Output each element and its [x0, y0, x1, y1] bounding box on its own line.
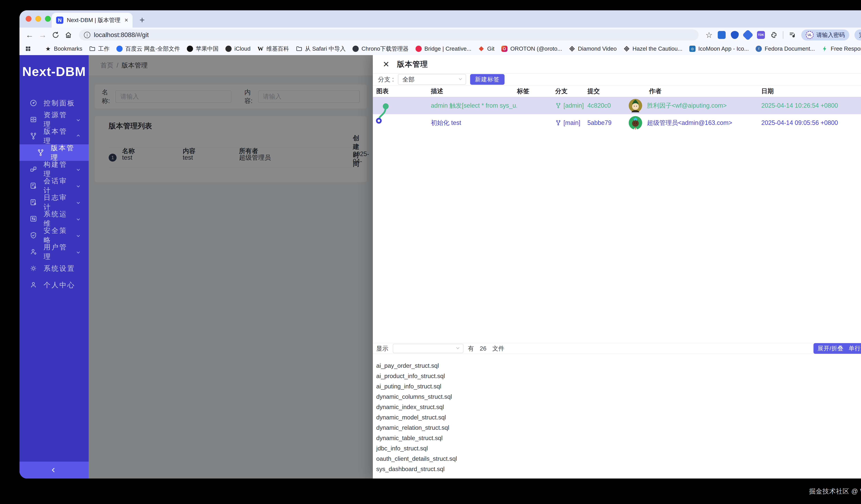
profile-pill-label: 请输入密码 [816, 31, 845, 39]
file-row[interactable]: ai_pay_order_struct.sql [373, 360, 861, 371]
shield-extension-icon[interactable] [731, 31, 739, 39]
bookmark-favicon [415, 45, 422, 52]
branch-select-value: 全部 [402, 76, 414, 83]
bookmark-item[interactable]: Chrono下载管理器 [352, 45, 408, 53]
commit-row[interactable]: 初始化 test [main] 5abbe79 超级管理员<admin@163.… [373, 114, 861, 132]
sidebar-item-个人中心[interactable]: 个人中心 [19, 277, 89, 293]
count-prefix: 有 [468, 344, 474, 353]
file-row[interactable]: oauth_client_details_struct.sql [373, 453, 861, 464]
forward-button[interactable]: → [39, 31, 47, 39]
tab-close-icon[interactable]: × [124, 17, 128, 23]
bookmark-item[interactable]: ◎ IcoMoon App - Ico... [689, 45, 749, 52]
close-window-button[interactable] [26, 16, 31, 22]
bookmark-item[interactable]: iCloud [225, 45, 250, 52]
file-row[interactable]: dynamic_table_struct.sql [373, 433, 861, 443]
bookmark-item[interactable]: 工作 [89, 45, 110, 53]
new-tab-button[interactable]: + [139, 15, 145, 25]
sidebar-item-版本管理[interactable]: 版本管理 [19, 128, 89, 144]
file-row[interactable]: ai_product_info_struct.sql [373, 371, 861, 381]
modal-dim-overlay[interactable] [89, 55, 373, 478]
extensions-puzzle-icon[interactable] [770, 31, 778, 39]
bookmark-item[interactable]: ★ Bookmarks [45, 45, 82, 52]
sidebar-item-icon [29, 132, 37, 140]
single-line-button[interactable]: 单行显示 [849, 344, 861, 352]
address-bar[interactable]: i localhost:8088/#/git [79, 29, 699, 40]
file-row[interactable]: ai_puting_info_struct.sql [373, 381, 861, 392]
bookmark-item[interactable]: 苹果中国 [187, 45, 219, 53]
zoom-window-button[interactable] [45, 16, 51, 22]
sidebar-item-日志审计[interactable]: 日志审计 [19, 194, 89, 210]
sidebar: Next-DBM 控制面板 资源管理 版本管理 版本管理 构建管理 会话审计 日… [19, 55, 89, 478]
file-filter-select[interactable] [393, 344, 463, 353]
sidebar-item-会话审计[interactable]: 会话审计 [19, 177, 89, 194]
expand-collapse-button[interactable]: 展开/折叠 [818, 344, 844, 352]
back-button[interactable]: ← [26, 31, 33, 39]
file-row[interactable]: dynamic_index_struct.sql [373, 402, 861, 412]
file-view-buttons: 展开/折叠 单行显示 对比 [814, 343, 861, 354]
branch-select[interactable]: 全部 [398, 74, 466, 85]
bookmark-item[interactable]: f Fedora Document... [755, 45, 815, 52]
bookmark-star-icon[interactable]: ☆ [706, 31, 713, 39]
branch-name: [admin] [563, 102, 584, 109]
bookmark-item[interactable]: Hazel the Cautiou... [623, 45, 682, 52]
apps-grid-icon[interactable] [25, 45, 31, 52]
bookmark-item[interactable]: Diamond Video [569, 45, 617, 52]
file-name: dynamic_relation_struct.sql [376, 424, 449, 431]
git-branch-icon [555, 103, 561, 109]
file-row[interactable]: dynamic_model_struct.sql [373, 412, 861, 423]
bookmark-item[interactable]: 从 Safari 中导入 [296, 45, 346, 53]
tag-extension-icon[interactable] [742, 29, 753, 40]
url-text: localhost:8088/#/git [94, 31, 149, 39]
commit-hash[interactable]: 5abbe79 [587, 119, 629, 126]
file-row[interactable]: dynamic_columns_struct.sql [373, 392, 861, 402]
file-row[interactable]: dynamic_relation_struct.sql [373, 423, 861, 433]
file-name: dynamic_index_struct.sql [376, 404, 444, 410]
minimize-window-button[interactable] [35, 16, 41, 22]
sidebar-item-构建管理[interactable]: 构建管理 [19, 161, 89, 177]
bookmark-item[interactable]: OROTON (@oroto... [501, 45, 562, 52]
site-info-icon[interactable]: i [84, 32, 91, 38]
file-name: sys_dashboard_struct.sql [376, 466, 445, 473]
media-playlist-icon[interactable] [789, 31, 796, 39]
chevron-down-icon [77, 201, 80, 204]
sidebar-item-用户管理[interactable]: 用户管理 [19, 244, 89, 260]
commit-hash[interactable]: 4c820c0 [587, 102, 629, 109]
commit-description[interactable]: 初始化 test [431, 119, 517, 127]
bookmark-favicon [821, 45, 828, 52]
col-author: 作者 [629, 87, 761, 95]
commit-row[interactable]: admin 触发[select * from sys_u... [admin] … [373, 97, 861, 114]
avatar [629, 116, 642, 130]
commit-description[interactable]: admin 触发[select * from sys_u... [431, 101, 517, 110]
tdk-extension-icon[interactable]: TDK [757, 31, 765, 39]
new-tag-button[interactable]: 新建标签 [470, 74, 505, 85]
bookmark-item[interactable]: Git [478, 45, 494, 52]
commit-rows: admin 触发[select * from sys_u... [admin] … [373, 97, 861, 132]
window-controls[interactable] [26, 16, 51, 22]
sidebar-item-控制面板[interactable]: 控制面板 [19, 95, 89, 111]
chevron-down-icon [77, 234, 80, 237]
sidebar-item-安全策略[interactable]: 安全策略 [19, 227, 89, 244]
sidebar-item-系统运维[interactable]: 系统运维 [19, 210, 89, 227]
bookmark-item[interactable]: 百度云 网盘-全部文件 [116, 45, 180, 53]
sidebar-item-label: 系统运维 [44, 209, 71, 228]
profile-pill[interactable]: UL 请输入密码 [801, 29, 849, 40]
close-icon[interactable]: ✕ [383, 60, 390, 68]
sidebar-item-系统设置[interactable]: 系统设置 [19, 260, 89, 277]
update-pill-label: 完成更新 [859, 31, 861, 39]
chevron-down-icon [456, 346, 459, 349]
notebook-extension-icon[interactable] [718, 31, 726, 39]
reload-button[interactable] [52, 31, 59, 39]
home-button[interactable] [65, 31, 72, 39]
bookmark-item[interactable]: Free Responsive H... [821, 45, 861, 52]
sidebar-item-sub-版本管理[interactable]: 版本管理 [19, 144, 89, 161]
file-name: ai_product_info_struct.sql [376, 372, 445, 380]
bookmark-favicon [187, 45, 193, 52]
file-row[interactable]: jdbc_info_struct.sql [373, 443, 861, 453]
bookmark-item[interactable]: Bridge | Creative... [415, 45, 472, 52]
bookmark-item[interactable]: W 维基百科 [257, 45, 289, 53]
file-row[interactable]: sys_dashboard_struct.sql [373, 464, 861, 474]
browser-tab[interactable]: N Next-DBM | 版本管理 × [52, 13, 133, 28]
update-pill[interactable]: 完成更新 ⋮ [855, 29, 861, 40]
sidebar-item-资源管理[interactable]: 资源管理 [19, 111, 89, 128]
sidebar-collapse-button[interactable] [19, 462, 89, 478]
